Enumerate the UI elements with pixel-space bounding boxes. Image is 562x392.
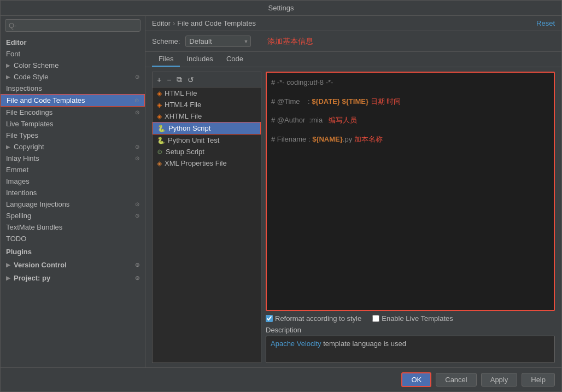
file-item-python-script[interactable]: 🐍 Python Script [153, 122, 261, 134]
file-item-setup-script[interactable]: ⚙ Setup Script [153, 146, 261, 157]
sidebar-item-spelling[interactable]: Spelling ⊙ [1, 210, 145, 221]
file-item-html4[interactable]: ◈ HTML4 File [153, 99, 261, 110]
right-panel: Editor › File and Code Templates Reset S… [145, 16, 561, 367]
tab-includes[interactable]: Includes [180, 52, 219, 67]
live-templates-checkbox-label[interactable]: Enable Live Templates [372, 314, 453, 323]
scheme-bar: Scheme: Default Project 添加基本信息 [145, 31, 561, 52]
sidebar-item-todo[interactable]: TODO [1, 233, 145, 244]
reformat-checkbox[interactable] [266, 315, 273, 322]
description-section: Description Apache Velocity template lan… [266, 326, 555, 363]
sidebar-item-emmet[interactable]: Emmet [1, 164, 145, 175]
help-button[interactable]: Help [522, 373, 555, 387]
tab-files[interactable]: Files [152, 52, 180, 67]
live-templates-label: Live Templates [6, 120, 53, 128]
code-style-label: Code Style [14, 73, 49, 81]
file-list-toolbar: + − ⧉ ↺ [153, 72, 261, 87]
scheme-select[interactable]: Default Project [185, 36, 251, 47]
expand-icon: ▶ [6, 74, 10, 80]
color-scheme-label: Color Scheme [14, 61, 58, 69]
tabs-bar: Files Includes Code [145, 52, 561, 67]
file-list-panel: + − ⧉ ↺ ◈ HTML File ◈ HTML4 File [152, 72, 261, 363]
badge-icon: ⊙ [135, 109, 139, 115]
sidebar-item-inlay-hints[interactable]: Inlay Hints ⊙ [1, 153, 145, 164]
code-editor[interactable]: # -*- coding:utf-8 -*- # @Time : ${DATE}… [266, 72, 555, 311]
expand-icon: ▶ [6, 262, 10, 268]
todo-label: TODO [6, 235, 26, 243]
sidebar-item-file-and-code-templates[interactable]: File and Code Templates ⊙ [1, 94, 145, 107]
file-item-xml-properties[interactable]: ◈ XML Properties File [153, 157, 261, 169]
sidebar-item-inspections[interactable]: Inspections [1, 83, 145, 94]
xml-properties-label: XML Properties File [165, 159, 227, 167]
revert-button[interactable]: ↺ [185, 74, 196, 85]
python-unit-test-label: Python Unit Test [168, 136, 219, 144]
ok-button[interactable]: OK [401, 372, 431, 387]
file-encodings-label: File Encodings [6, 108, 52, 116]
file-item-xhtml[interactable]: ◈ XHTML File [153, 110, 261, 122]
inspections-label: Inspections [6, 84, 42, 92]
file-item-python-unit-test[interactable]: 🐍 Python Unit Test [153, 134, 261, 146]
apply-button[interactable]: Apply [481, 373, 518, 387]
font-label: Font [6, 50, 20, 58]
sidebar-section-plugins: Plugins [1, 244, 145, 258]
sidebar-item-file-encodings[interactable]: File Encodings ⊙ [1, 107, 145, 118]
expand-icon: ▶ [6, 62, 10, 68]
add-button[interactable]: + [155, 74, 163, 85]
reset-button[interactable]: Reset [536, 19, 555, 27]
file-list: ◈ HTML File ◈ HTML4 File ◈ XHTML File [153, 87, 261, 362]
sidebar-item-textmate[interactable]: TextMate Bundles [1, 221, 145, 233]
description-label: Description [266, 326, 555, 334]
language-injections-label: Language Injections [6, 200, 69, 208]
sidebar-item-code-style[interactable]: ▶ Code Style ⊙ [1, 71, 145, 83]
python-script-icon: 🐍 [157, 125, 166, 132]
breadcrumb-path: Editor › File and Code Templates [152, 19, 256, 27]
sidebar-item-color-scheme[interactable]: ▶ Color Scheme [1, 60, 145, 71]
sidebar-item-font[interactable]: Font [1, 48, 145, 60]
bottom-bar: OK Cancel Apply Help [1, 367, 561, 391]
file-code-templates-label: File and Code Templates [7, 96, 85, 104]
sidebar-item-file-types[interactable]: File Types [1, 130, 145, 141]
search-input[interactable] [5, 19, 140, 32]
intentions-label: Intentions [6, 189, 37, 197]
live-templates-enable-label: Enable Live Templates [382, 314, 453, 323]
sidebar-item-intentions[interactable]: Intentions [1, 187, 145, 198]
live-templates-checkbox[interactable] [372, 315, 379, 322]
sidebar-item-copyright[interactable]: ▶ Copyright ⊙ [1, 141, 145, 153]
badge-icon: ⊙ [135, 201, 139, 207]
emmet-label: Emmet [6, 166, 28, 174]
sidebar-section-project: ▶ Project: py ⊙ [1, 271, 145, 284]
remove-button[interactable]: − [165, 74, 173, 85]
file-item-html[interactable]: ◈ HTML File [153, 87, 261, 99]
expand-icon: ▶ [6, 275, 10, 281]
xhtml-file-icon: ◈ [157, 113, 162, 120]
description-box: Apache Velocity template language is use… [266, 336, 555, 363]
copyright-label: Copyright [14, 143, 44, 151]
breadcrumb-editor: Editor [152, 19, 171, 27]
sidebar-section-version-control: ▶ Version Control ⊙ [1, 258, 145, 271]
breadcrumb: Editor › File and Code Templates Reset [145, 16, 561, 31]
breadcrumb-arrow: › [173, 19, 175, 27]
sidebar: Editor Font ▶ Color Scheme ▶ Code Style … [1, 16, 145, 367]
cancel-button[interactable]: Cancel [436, 373, 476, 387]
badge-icon: ⊙ [135, 275, 139, 281]
reformat-checkbox-label[interactable]: Reformat according to style [266, 314, 361, 323]
badge-icon: ⊙ [135, 213, 139, 219]
apache-velocity-link[interactable]: Apache Velocity [271, 340, 321, 348]
html4-file-label: HTML4 File [165, 101, 201, 109]
python-script-label: Python Script [168, 124, 210, 132]
main-content: Editor Font ▶ Color Scheme ▶ Code Style … [1, 16, 561, 367]
sidebar-item-images[interactable]: Images [1, 175, 145, 187]
copy-button[interactable]: ⧉ [174, 74, 184, 85]
tab-code[interactable]: Code [220, 52, 250, 67]
annotation-text: 添加基本信息 [267, 37, 313, 46]
settings-dialog: Settings Editor Font ▶ Color Scheme ▶ Co… [0, 0, 562, 392]
badge-icon: ⊙ [135, 262, 139, 268]
breadcrumb-page: File and Code Templates [177, 19, 256, 27]
xml-properties-icon: ◈ [157, 160, 162, 167]
badge-icon: ⊙ [135, 155, 139, 161]
html4-file-icon: ◈ [157, 101, 162, 109]
scheme-select-wrapper[interactable]: Default Project [185, 36, 251, 47]
sidebar-item-live-templates[interactable]: Live Templates [1, 118, 145, 130]
setup-script-icon: ⚙ [157, 148, 163, 156]
badge-icon: ⊙ [134, 97, 139, 103]
sidebar-item-language-injections[interactable]: Language Injections ⊙ [1, 198, 145, 210]
